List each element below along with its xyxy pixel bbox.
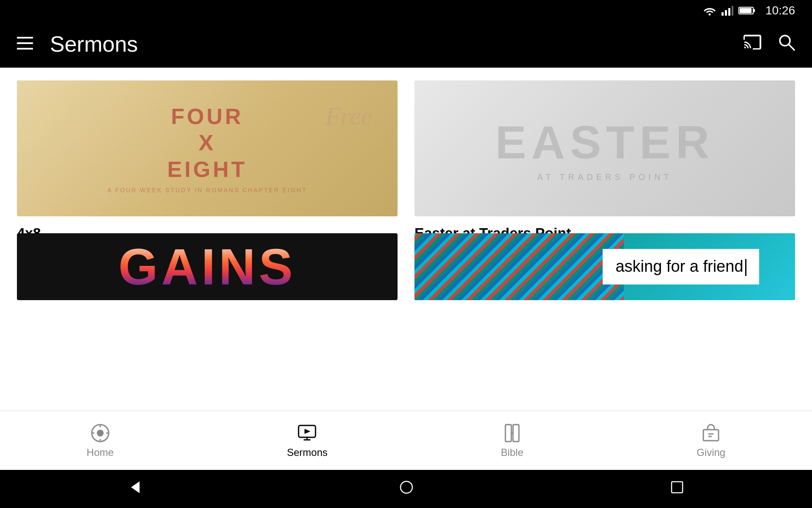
page-title: Sermons	[50, 31, 743, 57]
nav-item-home[interactable]: Home	[70, 419, 131, 463]
nav-label-giving: Giving	[697, 447, 725, 458]
nav-item-giving[interactable]: Giving	[680, 419, 742, 463]
gains-main-text: GAINS	[118, 237, 296, 296]
home-circle-icon	[399, 480, 414, 495]
nav-item-bible[interactable]: Bible	[484, 419, 540, 463]
svg-rect-1	[721, 12, 724, 16]
thumbnail-easter: EASTER AT TRADERS POINT	[414, 80, 795, 216]
nav-label-home: Home	[87, 447, 114, 458]
status-time: 10:26	[765, 4, 795, 17]
svg-rect-8	[17, 37, 33, 39]
status-bar: 10:26	[0, 0, 812, 21]
4x8-sub-text: A FOUR WEEK STUDY IN ROMANS CHAPTER EIGH…	[107, 187, 307, 193]
status-icons: 10:26	[703, 4, 795, 17]
cast-icon[interactable]	[743, 35, 761, 54]
android-nav-bar	[0, 470, 812, 508]
svg-rect-4	[732, 6, 733, 16]
thumbnail-asking: asking for a friend	[414, 233, 795, 300]
sermon-card-asking[interactable]: asking for a friend	[414, 233, 795, 300]
asking-stripes	[414, 233, 624, 300]
back-button[interactable]	[128, 480, 143, 499]
search-svg	[778, 34, 795, 51]
svg-line-12	[789, 44, 794, 50]
svg-rect-3	[728, 8, 730, 16]
svg-rect-31	[672, 482, 683, 493]
back-icon	[128, 480, 143, 495]
app-bar: Sermons	[0, 21, 812, 68]
nav-item-sermons[interactable]: Sermons	[270, 419, 344, 463]
nav-label-bible: Bible	[501, 447, 523, 458]
svg-rect-23	[505, 425, 511, 442]
4x8-script-text: Free	[325, 102, 372, 131]
cast-svg	[743, 35, 761, 50]
sermon-card-4x8[interactable]: Free FOURXEIGHT A FOUR WEEK STUDY IN ROM…	[17, 80, 398, 216]
sermon-card-easter[interactable]: EASTER AT TRADERS POINT Easter at Trader…	[414, 80, 795, 216]
svg-rect-6	[740, 8, 752, 13]
cursor	[745, 259, 746, 276]
4x8-main-text: FOURXEIGHT	[167, 103, 247, 182]
app-bar-actions	[743, 34, 795, 55]
recents-icon	[670, 480, 684, 494]
wifi-icon	[703, 6, 716, 16]
battery-icon	[738, 6, 755, 15]
svg-rect-7	[753, 9, 755, 12]
svg-marker-20	[304, 429, 310, 434]
home-button[interactable]	[399, 480, 414, 499]
svg-point-14	[97, 430, 104, 436]
giving-icon	[701, 423, 721, 443]
bottom-nav: Home Sermons Bible Giving	[0, 411, 812, 470]
nav-label-sermons: Sermons	[287, 447, 327, 458]
easter-sub-text: AT TRADERS POINT	[537, 172, 672, 182]
hamburger-icon	[17, 37, 33, 50]
search-button[interactable]	[778, 34, 795, 55]
sermon-card-gains[interactable]: GAINS	[17, 233, 398, 300]
thumbnail-gains: GAINS	[17, 233, 398, 300]
svg-point-0	[708, 14, 710, 16]
thumbnail-4x8: Free FOURXEIGHT A FOUR WEEK STUDY IN ROM…	[17, 80, 398, 216]
signal-icon	[721, 6, 733, 16]
svg-point-30	[401, 481, 412, 493]
asking-card-text: asking for a friend	[603, 249, 759, 284]
menu-icon[interactable]	[17, 35, 33, 53]
svg-rect-9	[17, 42, 33, 44]
asking-text: asking for a friend	[615, 257, 743, 275]
svg-rect-26	[703, 430, 719, 441]
recents-button[interactable]	[670, 480, 684, 498]
svg-rect-10	[17, 48, 33, 50]
bible-icon	[502, 423, 522, 443]
sermons-nav-icon	[297, 423, 317, 443]
svg-rect-2	[725, 10, 727, 16]
main-content: Free FOURXEIGHT A FOUR WEEK STUDY IN ROM…	[0, 68, 812, 411]
home-icon	[90, 423, 110, 443]
svg-marker-29	[131, 481, 140, 493]
svg-rect-24	[513, 425, 519, 442]
easter-main-text: EASTER	[495, 115, 714, 169]
sermon-grid: Free FOURXEIGHT A FOUR WEEK STUDY IN ROM…	[17, 80, 795, 300]
